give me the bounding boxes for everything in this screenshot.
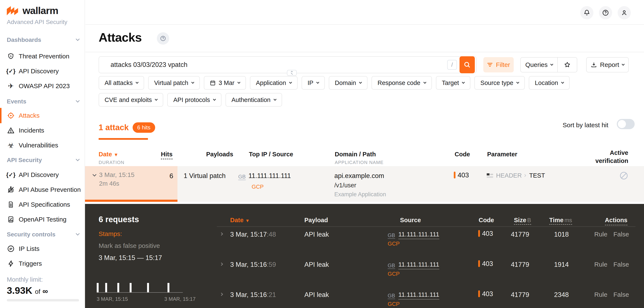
request-bar bbox=[147, 283, 149, 293]
attack-duration: 2m 46s bbox=[99, 180, 119, 187]
calendar-icon bbox=[210, 80, 216, 86]
filter-chip-response-code[interactable]: Response code bbox=[372, 76, 432, 90]
chevron-right-icon[interactable] bbox=[220, 232, 223, 236]
chevron-down-icon bbox=[238, 81, 240, 84]
source-tag[interactable]: GCP bbox=[388, 301, 400, 307]
code-severity-tick bbox=[478, 290, 480, 297]
filter-chip-source-type[interactable]: Source type bbox=[474, 76, 525, 90]
col-header-hits[interactable]: Hits bbox=[161, 151, 172, 158]
filter-chip-api-protocols[interactable]: API protocols bbox=[167, 93, 221, 107]
sidebar-item-triggers[interactable]: Triggers bbox=[0, 257, 85, 270]
sidebar-item-vulnerabilities[interactable]: ☣ Vulnerabilities bbox=[0, 139, 85, 152]
action-rule-link[interactable]: Rule bbox=[594, 261, 608, 268]
attack-ip[interactable]: 11.111.111.111 bbox=[248, 172, 291, 180]
question-circle-icon bbox=[160, 35, 166, 42]
chevron-right-icon[interactable] bbox=[220, 293, 223, 296]
parameter-name: TEST bbox=[529, 172, 545, 179]
active-tab-underline bbox=[98, 138, 148, 140]
sidebar-item-api-discovery-2[interactable]: {✓} API Discovery bbox=[0, 168, 85, 181]
request-bar bbox=[130, 283, 132, 293]
account-button[interactable] bbox=[618, 6, 631, 19]
sidebar-item-incidents[interactable]: Incidents bbox=[0, 124, 85, 137]
chevron-down-icon[interactable] bbox=[92, 172, 96, 176]
request-size: 41779 bbox=[502, 261, 529, 269]
chevron-down-icon bbox=[191, 81, 194, 84]
chevron-down-icon bbox=[550, 63, 553, 66]
sidebar-item-owasp-api-2023[interactable]: ✈ OWASP API 2023 bbox=[0, 79, 85, 93]
request-bar bbox=[105, 283, 107, 293]
sidebar-item-attacks[interactable]: Attacks bbox=[0, 109, 85, 122]
req-col-date[interactable]: Date ▼ bbox=[230, 217, 250, 224]
requests-timeline-chart bbox=[97, 283, 183, 293]
attack-count: 1 attack bbox=[98, 123, 129, 132]
request-bar bbox=[97, 283, 98, 293]
sidebar-item-ip-lists[interactable]: IP IP Lists bbox=[0, 242, 85, 255]
sidebar-section-dashboards[interactable]: Dashboards bbox=[7, 36, 79, 43]
requests-count: 6 requests bbox=[98, 215, 139, 224]
action-false-link[interactable]: False bbox=[614, 291, 629, 298]
chevron-right-icon[interactable] bbox=[220, 263, 223, 266]
sidebar-section-api-security[interactable]: API Security bbox=[7, 157, 79, 164]
filter-chip-authentication[interactable]: Authentication bbox=[226, 93, 282, 107]
action-false-link[interactable]: False bbox=[614, 261, 629, 268]
divider bbox=[217, 226, 636, 227]
star-icon bbox=[564, 61, 571, 68]
attack-hits: 6 bbox=[155, 172, 173, 180]
sidebar-item-api-specifications[interactable]: API Specifications bbox=[0, 198, 85, 211]
filter-chip-date[interactable]: 3 Mar bbox=[204, 76, 246, 90]
queries-button[interactable]: Queries bbox=[521, 57, 558, 72]
req-col-actions[interactable]: Actions bbox=[591, 217, 628, 224]
download-icon bbox=[591, 62, 597, 68]
request-ip[interactable]: 11.111.111.111 bbox=[398, 291, 439, 300]
filter-chip-all-attacks[interactable]: All attacks bbox=[98, 76, 144, 90]
source-tag[interactable]: GCP bbox=[388, 271, 400, 277]
action-rule-link[interactable]: Rule bbox=[594, 231, 608, 238]
sidebar-item-api-abuse-prevention[interactable]: API Abuse Prevention bbox=[0, 183, 85, 196]
attack-row[interactable]: 3 Mar, 15:15 2m 46s 6 1 Virtual patch GB… bbox=[85, 166, 644, 202]
sort-desc-icon: ▼ bbox=[114, 152, 118, 157]
active-verification-disabled-icon[interactable] bbox=[619, 171, 629, 181]
search-expand-handle[interactable] bbox=[287, 70, 297, 76]
filter-chip-location[interactable]: Location bbox=[529, 76, 570, 90]
chart-end-label: 3 MAR, 15:17 bbox=[157, 296, 196, 302]
req-col-size[interactable]: Size B bbox=[514, 217, 531, 224]
filter-chip-ip[interactable]: IP bbox=[302, 76, 325, 90]
page-help-button[interactable] bbox=[157, 32, 169, 45]
request-bar bbox=[168, 283, 170, 293]
attack-date-cell[interactable]: 3 Mar, 15:15 2m 46s bbox=[85, 166, 178, 202]
book-check-icon bbox=[7, 216, 15, 223]
sort-by-latest-hit-toggle[interactable] bbox=[617, 119, 635, 129]
sidebar-item-openapi-testing[interactable]: OpenAPI Testing bbox=[0, 213, 85, 226]
help-button[interactable] bbox=[599, 6, 612, 19]
filter-chip-domain[interactable]: Domain bbox=[329, 76, 368, 90]
action-false-link[interactable]: False bbox=[614, 231, 629, 238]
action-rule-link[interactable]: Rule bbox=[594, 291, 608, 298]
sidebar-item-threat-prevention[interactable]: Threat Prevention bbox=[0, 50, 85, 63]
sidebar-section-events[interactable]: Events bbox=[7, 98, 79, 105]
attacks-summary-tab[interactable]: 1 attack 6 hits bbox=[98, 122, 155, 133]
header-param-icon bbox=[487, 173, 493, 178]
req-col-time[interactable]: Time ms bbox=[549, 217, 572, 224]
notifications-button[interactable] bbox=[580, 6, 594, 19]
stamps-link[interactable]: Stamps: bbox=[98, 230, 122, 238]
filter-chip-virtual-patch[interactable]: Virtual patch bbox=[148, 76, 200, 90]
request-ip[interactable]: 11.111.111.111 bbox=[398, 261, 439, 269]
filter-chip-cve-exploits[interactable]: CVE and exploits bbox=[98, 93, 163, 107]
request-ip[interactable]: 11.111.111.111 bbox=[398, 231, 439, 239]
country-code: GB bbox=[388, 263, 395, 269]
lightning-icon bbox=[7, 260, 15, 267]
search-button[interactable] bbox=[460, 56, 475, 73]
filter-button[interactable]: Filter bbox=[483, 57, 514, 72]
filter-chip-application[interactable]: Application bbox=[250, 76, 298, 90]
page-title: Attacks bbox=[98, 30, 142, 44]
sidebar-item-api-discovery[interactable]: {✓} API Discovery bbox=[0, 65, 85, 78]
favorite-query-button[interactable] bbox=[558, 57, 577, 72]
sidebar-section-security-controls[interactable]: Security controls bbox=[7, 231, 79, 238]
source-tag[interactable]: GCP bbox=[252, 184, 264, 190]
request-date: 3 Mar, 15:17:48 bbox=[230, 231, 276, 238]
source-tag[interactable]: GCP bbox=[388, 241, 400, 247]
report-button[interactable]: Report bbox=[586, 57, 629, 72]
col-header-date[interactable]: Date ▼ bbox=[98, 151, 118, 158]
filter-chip-target[interactable]: Target bbox=[436, 76, 470, 90]
mark-false-positive-link[interactable]: Mark as false positive bbox=[98, 242, 160, 249]
